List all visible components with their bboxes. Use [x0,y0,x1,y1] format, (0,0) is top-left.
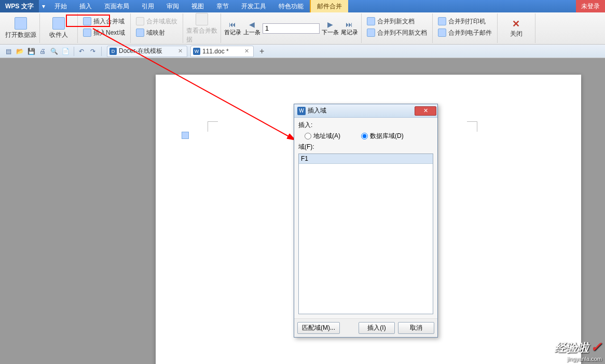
merge-to-diff-doc-label: 合并到不同新文档 [377,29,427,37]
next-field-icon [83,29,91,37]
merge-shading-button[interactable]: 合并域底纹 [134,16,180,27]
printer-icon [438,17,446,25]
app-name-badge: WPS 文字 [0,0,39,12]
field-list-item[interactable]: F1 [299,154,433,164]
dialog-body: 插入: 地址域(A) 数据库域(D) 域(F): F1 [294,118,437,318]
shading-icon [136,17,144,25]
save-button[interactable]: 💾 [26,46,36,57]
first-record-label: 首记录 [224,29,241,36]
menu-special[interactable]: 特色功能 [272,0,310,12]
tab-close-icon[interactable]: ✕ [244,48,249,54]
first-record-button[interactable]: ⏮ [227,20,238,29]
menu-mail-merge[interactable]: 邮件合并 [310,0,348,12]
next-record-button[interactable]: ▶ [325,20,335,29]
dialog-app-icon: W [297,107,306,115]
ribbon: 打开数据源 收件人 插入合并域 插入Next域 合并域底纹 域映射 查看合并 [0,12,605,45]
tab-document-label: 111.doc * [202,48,229,55]
domain-mapping-label: 域映射 [146,29,165,37]
last-record-button[interactable]: ⏭ [344,20,354,29]
tab-document[interactable]: W 111.doc * ✕ [190,46,254,57]
mapping-icon [136,29,144,37]
close-mailmerge-button[interactable]: ✕ 关闭 [501,18,532,38]
next-record-label: 下一条 [322,29,339,36]
menu-references[interactable]: 引用 [135,0,160,12]
view-merge-data-label: 查看合并数据 [186,26,217,44]
paragraph-mark-icon [182,132,189,139]
insert-next-field-label: 插入Next域 [93,29,125,37]
merge-to-new-doc-label: 合并到新文档 [377,17,415,26]
dialog-close-button[interactable]: ✕ [415,106,436,116]
view-merge-data-button[interactable]: 查看合并数据 [186,13,217,44]
dialog-footer: 匹配域(M)... 插入(I) 取消 [294,318,437,337]
merge-diff-doc-icon [367,29,375,37]
prev-record-label: 上一条 [243,29,260,36]
print-preview-button[interactable]: 🔍 [49,46,59,57]
menu-start[interactable]: 开始 [48,0,73,12]
menu-page-layout[interactable]: 页面布局 [98,0,135,12]
app-label: WPS 文字 [5,2,34,11]
merge-field-icon [83,17,91,25]
dialog-titlebar[interactable]: W 插入域 ✕ [294,104,437,118]
merge-to-new-doc-button[interactable]: 合并到新文档 [365,16,429,27]
radio-address-field[interactable] [305,133,311,139]
merge-to-email-label: 合并到电子邮件 [448,29,492,37]
match-fields-button[interactable]: 匹配域(M)... [297,322,340,334]
margin-corner-tr [467,121,477,132]
quick-print-button[interactable]: 📄 [60,46,71,57]
menu-bar: WPS 文字 ▾ 开始 插入 页面布局 引用 审阅 视图 章节 开发工具 特色功… [0,0,605,12]
domain-mapping-button[interactable]: 域映射 [134,27,180,38]
insert-merge-field-label: 插入合并域 [93,17,125,26]
recipients-label: 收件人 [49,31,68,39]
insert-next-field-button[interactable]: 插入Next域 [81,27,127,38]
merge-new-doc-icon [367,17,375,25]
recipients-button[interactable]: 收件人 [43,17,74,39]
close-x-icon: ✕ [512,18,520,30]
watermark: 经验啦 ✓ jingyanla.com [555,339,602,362]
radio-database-field[interactable] [361,133,368,139]
field-section-label: 域(F): [298,143,314,151]
print-button[interactable]: 🖨 [37,46,48,57]
menu-devtools[interactable]: 开发工具 [235,0,272,12]
merge-to-printer-label: 合并到打印机 [448,17,486,26]
menu-view[interactable]: 视图 [185,0,210,12]
insert-section-label: 插入: [298,121,312,130]
dialog-title-text: 插入域 [308,106,326,115]
last-record-label: 尾记录 [341,29,358,36]
new-tab-button[interactable]: + [257,47,267,56]
margin-corner-tl [208,121,218,132]
record-number-input[interactable] [263,23,320,34]
insert-merge-field-button[interactable]: 插入合并域 [81,16,127,27]
merge-shading-label: 合并域底纹 [146,17,177,26]
insert-button[interactable]: 插入(I) [359,322,395,334]
cancel-button[interactable]: 取消 [398,322,434,334]
quick-access-toolbar: ▤ 📂 💾 🖨 🔍 📄 ↶ ↷ D Docer-在线模板 ✕ W 111.doc… [0,45,605,58]
watermark-title: 经验啦 [555,341,589,354]
recipients-icon [52,17,65,30]
tab-docer-label: Docer-在线模板 [119,47,162,55]
menu-chapter[interactable]: 章节 [210,0,235,12]
separator [101,47,102,56]
email-icon [438,29,446,37]
open-data-source-button[interactable]: 打开数据源 [5,17,36,39]
merge-to-email-button[interactable]: 合并到电子邮件 [436,27,494,38]
redo-button[interactable]: ↷ [88,46,98,57]
undo-button[interactable]: ↶ [76,46,87,57]
menu-insert[interactable]: 插入 [73,0,98,12]
new-doc-button[interactable]: ▤ [3,46,13,57]
radio-database-label: 数据库域(D) [370,132,404,141]
login-status[interactable]: 未登录 [576,0,605,12]
open-button[interactable]: 📂 [15,46,25,57]
open-data-source-label: 打开数据源 [5,31,36,39]
prev-record-button[interactable]: ◀ [246,20,257,29]
tab-docer-template[interactable]: D Docer-在线模板 ✕ [107,46,187,57]
merge-to-diff-doc-button[interactable]: 合并到不同新文档 [365,27,429,38]
menu-review[interactable]: 审阅 [160,0,185,12]
field-listbox[interactable]: F1 [298,153,433,314]
check-icon: ✓ [590,339,602,355]
app-dropdown[interactable]: ▾ [39,0,48,12]
watermark-url: jingyanla.com [555,356,602,362]
tab-close-icon[interactable]: ✕ [178,48,183,54]
docer-icon: D [109,48,117,55]
word-doc-icon: W [193,48,200,55]
merge-to-printer-button[interactable]: 合并到打印机 [436,16,494,27]
